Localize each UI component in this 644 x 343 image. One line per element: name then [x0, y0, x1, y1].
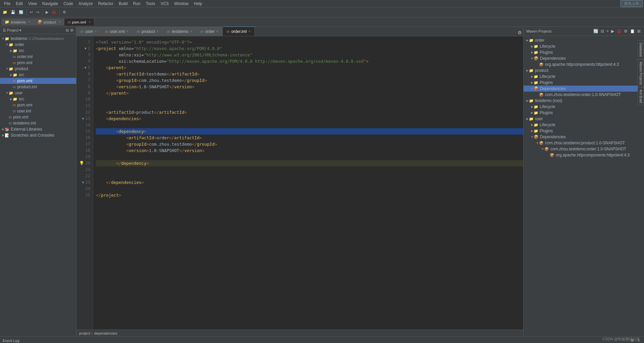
fold-marker[interactable]: ▼ — [85, 45, 87, 52]
tab-testdemo[interactable]: m testdemo × — [163, 27, 196, 36]
editor-area: m user × m user.xml × m product × m test… — [76, 27, 523, 336]
toolbar-save-btn[interactable]: 💾 — [9, 9, 17, 15]
maven-refresh-btn[interactable]: 🔄 — [593, 28, 599, 34]
tree-item-product-pom[interactable]: m pom.xml — [0, 78, 76, 84]
menu-navigate[interactable]: Navigate — [40, 1, 61, 6]
tab-close-icon[interactable]: × — [249, 30, 251, 33]
maven-more-btn[interactable]: ⊞ — [637, 28, 641, 34]
tab-close-icon[interactable]: × — [157, 30, 159, 33]
tab-order-iml[interactable]: m order.iml × — [223, 27, 255, 36]
settings-icon[interactable]: ⚙ — [70, 28, 73, 33]
tree-item-user-pom[interactable]: m pom.xml — [0, 102, 76, 108]
maven-lifecycle-btn[interactable]: 📋 — [629, 28, 636, 34]
maven-item-user-dep-product[interactable]: ▼ 📦 com.zhou.testdemo:product:1.0-SNAPSH… — [524, 140, 644, 146]
tab-close-icon[interactable]: × — [190, 30, 192, 33]
tree-item-scratches[interactable]: ▶ 📝 Scratches and Consoles — [0, 132, 76, 138]
menu-tools[interactable]: Tools — [143, 1, 158, 6]
collapse-all-icon[interactable]: ⊟ — [66, 28, 69, 33]
editor-settings-btn[interactable]: ⚙ — [516, 29, 523, 36]
toolbar-redo-btn[interactable]: ↪ — [35, 9, 41, 15]
menu-refactor[interactable]: Refactor — [96, 1, 116, 6]
right-tab-maven[interactable]: Maven Projects — [638, 59, 644, 87]
maven-item-testdemo-lifecycle[interactable]: ▶ 📁 Lifecycle — [524, 104, 644, 110]
maven-item-user[interactable]: ▶ 📁 user — [524, 116, 644, 122]
maven-item-user-dep-order[interactable]: ▼ 📦 com.zhou.testdemo:order:1.0-SNAPSHOT — [524, 146, 644, 152]
maven-item-user-deps[interactable]: ▼ 📦 Dependencies — [524, 134, 644, 140]
event-log: Event Log ⚙ × ⭐ 🔖 📌 CSDN @性能测试记录 — [0, 336, 644, 343]
tree-item-user-iml[interactable]: m user.iml — [0, 108, 76, 114]
menu-build[interactable]: Build — [116, 1, 130, 6]
fold-marker[interactable]: ▼ — [82, 179, 84, 186]
tree-item-order-iml[interactable]: m order.iml — [0, 54, 76, 60]
maven-item-user-lifecycle[interactable]: ▶ 📁 Lifecycle — [524, 122, 644, 128]
close-icon[interactable]: × — [89, 20, 91, 24]
maven-item-order-plugins[interactable]: ▶ 📁 Plugins — [524, 49, 644, 55]
tree-item-product-iml[interactable]: m product.iml — [0, 84, 76, 90]
menu-run[interactable]: Run — [130, 1, 143, 6]
tree-item-user[interactable]: ▼ 📁 user — [0, 90, 76, 96]
toolbar-debug-btn[interactable]: 🐞 — [50, 9, 58, 15]
menu-help[interactable]: Help — [191, 1, 205, 6]
tab-user-xml[interactable]: m user.xml × — [101, 27, 133, 36]
maven-item-product-dep-order[interactable]: 📦 com.zhou.testdemo:order:1.0-SNAPSHOT — [524, 92, 644, 98]
toolbar-sync-btn[interactable]: 🔄 — [17, 9, 25, 15]
toolbar-run-btn[interactable]: ▶ — [44, 9, 50, 15]
maven-item-product-plugins[interactable]: ▶ 📁 Plugins — [524, 80, 644, 86]
close-icon[interactable]: × — [29, 20, 31, 24]
tree-item-ext-lib[interactable]: ▶ 📚 External Libraries — [0, 126, 76, 132]
maven-item-testdemo-plugins[interactable]: ▶ 📁 Plugins — [524, 110, 644, 116]
tab-user[interactable]: m user × — [76, 27, 101, 36]
upload-button[interactable]: 抢先上传 — [621, 0, 643, 7]
code-content[interactable]: <?xml version="1.0" encoding="UTF-8"?> <… — [93, 36, 523, 330]
maven-item-order[interactable]: ▶ 📁 order — [524, 37, 644, 43]
maven-item-order-lifecycle[interactable]: ▶ 📁 Lifecycle — [524, 43, 644, 49]
menu-file[interactable]: File — [1, 1, 13, 6]
code-editor[interactable]: 1 ▼2 3 4 ▼5 6 7 8 9 10 11 12 ▼13 14 15 1… — [76, 36, 523, 330]
tab-close-icon[interactable]: × — [126, 30, 128, 33]
maven-add-btn[interactable]: + — [606, 28, 609, 34]
project-tab-pomxml[interactable]: m pom.xml × — [64, 19, 95, 26]
fold-marker[interactable]: ▼ — [85, 64, 87, 71]
toolbar-settings-btn[interactable]: ⚙ — [61, 9, 67, 15]
tree-item-root-pom[interactable]: m pom.xml — [0, 114, 76, 120]
maven-run-btn[interactable]: ▶ — [610, 28, 615, 34]
toolbar-new-btn[interactable]: 📁 — [1, 9, 9, 15]
close-icon[interactable]: × — [59, 20, 61, 24]
fold-marker[interactable]: ▼ — [82, 115, 84, 122]
right-tab-ant[interactable]: Ant Build — [638, 87, 644, 105]
tree-item-user-src[interactable]: ▶ 📁 src — [0, 96, 76, 102]
menu-code[interactable]: Code — [61, 1, 76, 6]
tab-close-icon[interactable]: × — [216, 30, 218, 33]
tree-item-order-src[interactable]: ▶ 📁 src — [0, 48, 76, 54]
menu-edit[interactable]: Edit — [13, 1, 25, 6]
tree-root-testdemo[interactable]: ▼ 📁 testdemo C:\ZTools\test\testdemo — [0, 36, 76, 42]
maven-item-user-dep-httpclient[interactable]: 📦 org.apache.httpcomponents:httpclient:4… — [524, 152, 644, 158]
maven-item-testdemo[interactable]: ▶ 📁 testdemo (root) — [524, 98, 644, 104]
menu-analyze[interactable]: Analyze — [76, 1, 96, 6]
maven-debug-btn[interactable]: 🐞 — [616, 28, 622, 34]
maven-item-user-plugins[interactable]: ▶ 📁 Plugins — [524, 128, 644, 134]
tree-item-testdemo-iml[interactable]: m testdemo.iml — [0, 120, 76, 126]
maven-collapse-btn[interactable]: ⊟ — [600, 28, 605, 34]
tree-item-order[interactable]: ▼ 📁 order — [0, 42, 76, 48]
tab-product[interactable]: m product × — [133, 27, 163, 36]
menu-vcs[interactable]: VCS — [158, 1, 172, 6]
project-tab-testdemo[interactable]: 📁 testdemo × — [1, 18, 34, 26]
maven-item-order-httpclient[interactable]: 📦 org.apache.httpcomponents:httpclient:4… — [524, 61, 644, 67]
maven-item-product[interactable]: ▶ 📁 product — [524, 67, 644, 74]
maven-settings-btn[interactable]: ⚙ — [623, 28, 628, 34]
tree-item-order-pom[interactable]: m pom.xml — [0, 60, 76, 66]
toolbar-undo-btn[interactable]: ↩ — [29, 9, 34, 15]
tree-item-product-src[interactable]: ▶ 📁 src — [0, 72, 76, 78]
maven-item-product-lifecycle[interactable]: ▶ 📁 Lifecycle — [524, 74, 644, 80]
tab-close-icon[interactable]: × — [95, 30, 97, 33]
tab-order[interactable]: m order × — [196, 27, 222, 36]
menu-window[interactable]: Window — [171, 1, 191, 6]
menu-view[interactable]: View — [25, 1, 40, 6]
maven-item-product-deps[interactable]: ▼ 📦 Dependencies — [524, 86, 644, 92]
tree-item-product[interactable]: ▼ 📁 product — [0, 66, 76, 72]
project-tab-product[interactable]: 📦 product × — [34, 18, 64, 26]
right-tab-database[interactable]: Database — [638, 40, 644, 59]
maven-item-order-deps[interactable]: ▼ 📦 Dependencies — [524, 55, 644, 61]
bulb-icon[interactable]: 💡 — [79, 160, 84, 166]
